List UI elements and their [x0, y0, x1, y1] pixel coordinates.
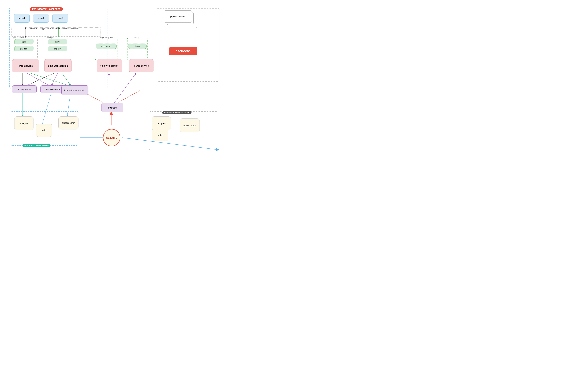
k8s-cluster-badge: K8S-КЛАСТЕР - 3 СЕРВЕРА	[30, 7, 63, 11]
svg-line-10	[27, 73, 49, 85]
image-proxy-box: image-proxy	[96, 43, 117, 49]
svg-line-14	[62, 73, 71, 85]
svg-line-16	[42, 92, 51, 126]
svg-line-24	[122, 138, 219, 150]
nginx-1-box: nginx	[14, 39, 33, 44]
diagram: K8S-КЛАСТЕР - 3 СЕРВЕРА node-1 node-2 no…	[0, 0, 227, 157]
image-proxy-pod-label: image-proxy-pod	[96, 37, 117, 39]
cms-web-service-1-box: cms-web-service	[45, 59, 72, 72]
ext-pg-service-box: Ext-pg-service	[12, 85, 37, 93]
master-storage-badge: MASTER-STORAGE-SERVER	[23, 144, 50, 147]
svg-line-13	[51, 73, 58, 85]
redis-2-box: redis	[152, 129, 168, 141]
php-fpm-2-box: php-fpm	[48, 46, 67, 51]
clients-circle: CLIENTS	[103, 129, 120, 146]
ext-redis-service-box: Ext-redis-service	[41, 85, 65, 93]
web-pods-label: web-pods (x3)	[13, 37, 24, 39]
node-1-box: node-1	[14, 14, 30, 23]
svg-line-17	[67, 92, 71, 116]
glusterfs-label: GlusterFS – загружаемые картинки, генери…	[12, 28, 97, 30]
redis-1-box: redis	[36, 124, 52, 137]
reserve-storage-badge: RESERVE-STORAGE-SERVER	[162, 111, 192, 114]
svg-rect-7	[95, 38, 118, 60]
svg-line-11	[30, 73, 68, 85]
elasticsearch-1-box: elasticsearch	[59, 116, 78, 129]
php-cli-stack: php-cli-container	[164, 11, 199, 38]
d-wss-box: d-wss	[128, 43, 147, 49]
ext-elasticsearch-service-box: Ext-elasticsearch-service	[61, 85, 89, 95]
svg-line-12	[27, 73, 54, 85]
cms-web-service-2-box: cms-web-service	[97, 59, 122, 72]
svg-line-22	[113, 73, 136, 104]
elasticsearch-2-box: elasticsearch	[180, 118, 200, 132]
node-2-box: node-2	[33, 14, 49, 23]
postgres-1-box: postgres	[14, 116, 33, 130]
cron-jobs-badge: CRON-JOBS	[169, 47, 197, 56]
nginx-2-box: nginx	[48, 39, 67, 44]
php-fpm-1-box: php-fpm	[14, 46, 33, 51]
d-wss-pod-label: d-wss-pod	[128, 37, 146, 39]
d-wss-service-box: d-wss-service	[129, 59, 153, 72]
node-3-box: node-3	[52, 14, 68, 23]
svg-rect-8	[127, 38, 147, 60]
svg-line-31	[115, 90, 141, 104]
ingress-box: ingress	[102, 103, 123, 112]
web-pod-label: web-pod	[47, 37, 54, 39]
postgres-2-box: postgres	[152, 116, 171, 130]
web-service-box: web-service	[12, 59, 39, 72]
